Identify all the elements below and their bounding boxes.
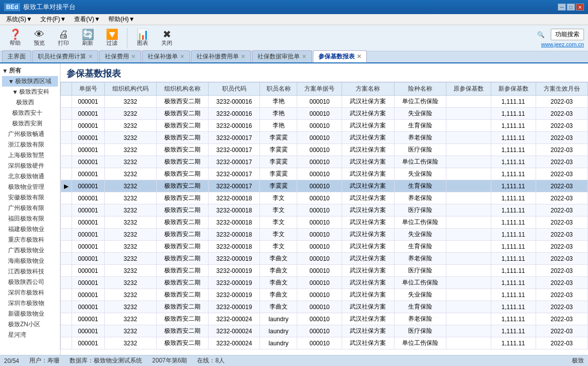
- table-row[interactable]: 0000013232极致西安二期3232-000018李文000010武汉社保方…: [61, 229, 588, 241]
- table-row[interactable]: 0000013232极致西安二期3232-000017李霙霙000010武汉社保…: [61, 132, 588, 144]
- tab-supplement-fee-close[interactable]: ✕: [241, 53, 245, 60]
- tab-social-fee[interactable]: 社保费用 ✕: [99, 50, 141, 62]
- table-row[interactable]: 0000013232极致西安二期3232-000018李文000010武汉社保方…: [61, 241, 588, 253]
- chart-button[interactable]: 📊 图表: [132, 28, 154, 48]
- table-row[interactable]: 0000013232极致西安二期3232-000017李霙霙000010武汉社保…: [61, 156, 588, 168]
- tab-supplement-fee[interactable]: 社保补缴费用单 ✕: [191, 50, 251, 62]
- menu-file[interactable]: 文件(F)▼: [36, 14, 70, 25]
- sidebar-item-jiangxi[interactable]: 江西极致科技: [2, 266, 58, 277]
- table-row[interactable]: 0000013232极致西安二期3232-000024laundry000010…: [61, 325, 588, 337]
- tab-staff-social[interactable]: 职员社保费用计算 ✕: [32, 50, 98, 62]
- sidebar-item-shenzhen-hw[interactable]: 深圳极致硬件: [2, 161, 58, 171]
- func-search-box[interactable]: 功能搜索: [551, 29, 584, 40]
- cell-orgname: 极致西安二期: [156, 337, 208, 349]
- col-insname[interactable]: 险种名称: [394, 83, 446, 96]
- table-row[interactable]: 0000013232极致西安二期3232-000016李艳000010武汉社保方…: [61, 108, 588, 120]
- tab-main[interactable]: 主界面: [2, 50, 31, 62]
- cell-staffcode: 3232-000019: [209, 265, 260, 277]
- table-row[interactable]: 0000013232极致西安二期3232-000019李曲文000010武汉社保…: [61, 277, 588, 289]
- func-link[interactable]: www.jeez.com.cn: [541, 41, 584, 47]
- tab-review-close[interactable]: ✕: [302, 53, 306, 60]
- sidebar-item-anhui[interactable]: 安徽极致有限: [2, 192, 58, 203]
- tab-supplement-order[interactable]: 社保补缴单 ✕: [142, 50, 190, 62]
- table-row[interactable]: 0000013232极致西安二期3232-000018李文000010武汉社保方…: [61, 204, 588, 216]
- tab-supplement-order-close[interactable]: ✕: [180, 53, 184, 60]
- tab-base-report-close[interactable]: ✕: [357, 53, 361, 60]
- row-arrow: [61, 241, 72, 253]
- menu-system[interactable]: 系统(S)▼: [2, 14, 36, 25]
- table-row[interactable]: 0000013232极致西安二期3232-000019李曲文000010武汉社保…: [61, 253, 588, 265]
- col-danju[interactable]: 单据号: [72, 83, 105, 96]
- col-newbase[interactable]: 新参保基数: [491, 83, 536, 96]
- sidebar-item-shanghai[interactable]: 上海极致智慧: [2, 150, 58, 161]
- sidebar-item-zn[interactable]: 极致ZN小区: [2, 319, 58, 330]
- preview-button[interactable]: 👁 预览: [28, 28, 50, 48]
- sidebar-item-xian-sci[interactable]: ▼ 极致西安科: [2, 87, 58, 97]
- col-effmonth[interactable]: 方案生效月份: [536, 83, 587, 96]
- table-row[interactable]: 0000013232极致西安二期3232-000019李曲文000010武汉社保…: [61, 301, 588, 313]
- cell-insname: 失业保险: [394, 168, 446, 180]
- table-row[interactable]: 0000013232极致西安二期3232-000018李文000010武汉社保方…: [61, 192, 588, 204]
- maximize-button[interactable]: □: [567, 4, 575, 11]
- sidebar-item-fujian[interactable]: 福建极致物业: [2, 224, 58, 235]
- table-row[interactable]: 0000013232极致西安二期3232-000017李霙霙000010武汉社保…: [61, 144, 588, 156]
- table-row[interactable]: ▶0000013232极致西安二期3232-000017李霙霙000010武汉社…: [61, 180, 588, 192]
- refresh-button[interactable]: 🔄 刷新: [77, 28, 99, 48]
- table-row[interactable]: 0000013232极致西安二期3232-000019李曲文000010武汉社保…: [61, 265, 588, 277]
- tab-social-fee-close[interactable]: ✕: [131, 53, 136, 60]
- sidebar-item-zhejiang[interactable]: 浙江极致有限: [2, 139, 58, 150]
- cell-origbase: [446, 96, 491, 108]
- tab-staff-social-close[interactable]: ✕: [88, 53, 93, 60]
- sidebar-item-property[interactable]: 极致物业管理: [2, 182, 58, 192]
- close-button[interactable]: ✕: [576, 4, 584, 11]
- table-row[interactable]: 0000013232极致西安二期3232-000024laundry000010…: [61, 337, 588, 349]
- table-row[interactable]: 0000013232极致西安二期3232-000016李艳000010武汉社保方…: [61, 120, 588, 132]
- table-container[interactable]: 单据号 组织机构代码 组织机构名称 职员代码 职员名称 方案单据号 方案名称 险…: [60, 82, 588, 355]
- col-orgname[interactable]: 组织机构名称: [156, 83, 208, 96]
- tab-review[interactable]: 社保数据审批单 ✕: [252, 50, 312, 62]
- table-row[interactable]: 0000013232极致西安二期3232-000019李曲文000010武汉社保…: [61, 289, 588, 301]
- print-label: 打印: [58, 39, 69, 47]
- sidebar-item-jizhi-xi[interactable]: 极致西: [2, 97, 58, 108]
- col-orgcode[interactable]: 组织机构代码: [104, 83, 156, 96]
- cell-staffname: 李文: [260, 192, 297, 204]
- sidebar-item-xinghewan[interactable]: 星河湾: [2, 330, 58, 340]
- cell-danju: 000001: [72, 204, 105, 216]
- sidebar-item-guangzhou[interactable]: 广州极致畅通: [2, 129, 58, 139]
- sidebar-item-gz2[interactable]: 广州极致有限: [2, 203, 58, 213]
- sidebar-item-sz-sci[interactable]: 深圳市极致科: [2, 287, 58, 298]
- table-row[interactable]: 0000013232极致西安二期3232-000016李艳000010武汉社保方…: [61, 96, 588, 108]
- col-staffcode[interactable]: 职员代码: [209, 83, 260, 96]
- sidebar-item-guangxi[interactable]: 广西极致物业: [2, 245, 58, 256]
- cell-effmonth: 2022-03: [536, 144, 587, 156]
- print-button[interactable]: 🖨 打印: [52, 28, 75, 48]
- col-planno[interactable]: 方案单据号: [297, 83, 342, 96]
- menu-help[interactable]: 帮助(H)▼: [104, 14, 139, 25]
- col-staffname[interactable]: 职员名称: [260, 83, 297, 96]
- sidebar-item-futian[interactable]: 福田极致有限: [2, 213, 58, 224]
- sidebar-item-chongqing[interactable]: 重庆市极致科: [2, 235, 58, 245]
- refresh-icon: 🔄: [82, 29, 94, 39]
- col-planname[interactable]: 方案名称: [342, 83, 394, 96]
- sidebar-item-shaanxi-co[interactable]: 极致陕西公司: [2, 277, 58, 287]
- table-row[interactable]: 0000013232极致西安二期3232-000024laundry000010…: [61, 313, 588, 325]
- sidebar-item-xian-test[interactable]: 极致西安测: [2, 118, 58, 129]
- col-origbase[interactable]: 原参保基数: [446, 83, 491, 96]
- cell-staffcode: 3232-000017: [209, 132, 260, 144]
- sidebar-item-xian10[interactable]: 极致西安十: [2, 108, 58, 118]
- sidebar-item-hainan[interactable]: 海南极致物业: [2, 256, 58, 266]
- tab-base-report[interactable]: 参保基数报表 ✕: [313, 50, 367, 62]
- help-button[interactable]: ❓ 帮助: [4, 28, 26, 48]
- table-row[interactable]: 0000013232极致西安二期3232-000017李霙霙000010武汉社保…: [61, 168, 588, 180]
- close-tool-button[interactable]: ✖ 关闭: [156, 28, 178, 48]
- sidebar-item-sz-prop[interactable]: 深圳市极致物: [2, 298, 58, 309]
- menu-view[interactable]: 查看(V)▼: [70, 14, 104, 25]
- sidebar-item-beijing[interactable]: 北京极致物通: [2, 171, 58, 182]
- sidebar-item-xinjiang[interactable]: 新疆极致物业: [2, 309, 58, 319]
- filter-button[interactable]: 🔽 过滤: [101, 28, 123, 48]
- tree-root[interactable]: ▼ 所有: [2, 65, 58, 76]
- row-arrow: [61, 325, 72, 337]
- sidebar-item-shaanxi[interactable]: ▼ 极致陕西区域: [2, 76, 58, 87]
- table-row[interactable]: 0000013232极致西安二期3232-000018李文000010武汉社保方…: [61, 216, 588, 229]
- minimize-button[interactable]: ─: [558, 4, 566, 11]
